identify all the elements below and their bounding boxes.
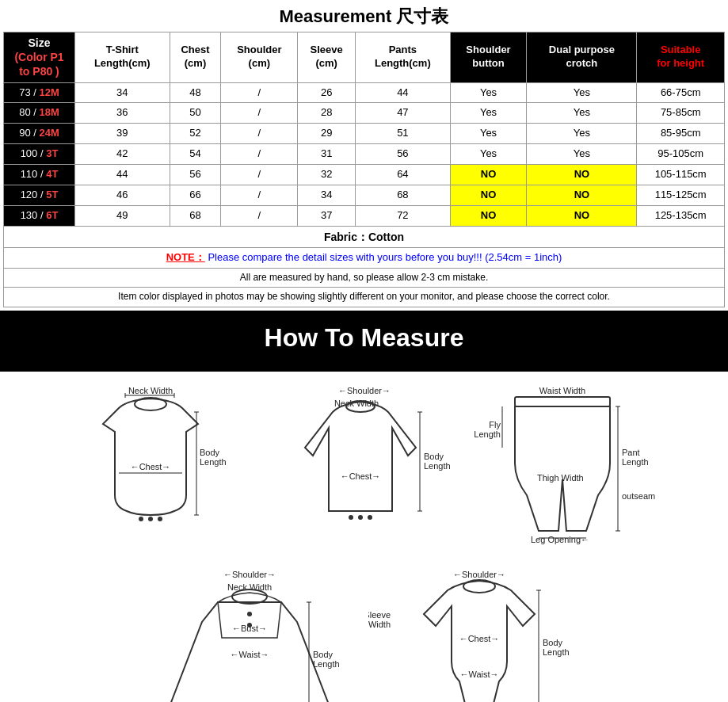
svg-text:←Chest→: ←Chest→	[340, 471, 380, 481]
svg-point-44	[247, 612, 252, 616]
height-cell: 75-85cm	[637, 103, 725, 124]
svg-text:Width: Width	[368, 620, 391, 629]
chest-cell: 52	[170, 124, 221, 144]
note-row: NOTE： Please compare the detail sizes wi…	[4, 247, 725, 268]
size-cell: 110 / 4T	[4, 165, 75, 185]
shoulder-cell: /	[221, 205, 298, 226]
svg-point-4	[139, 517, 143, 521]
size-cell: 80 / 18M	[4, 103, 75, 124]
pants-cell: 44	[356, 82, 451, 103]
svg-text:Waist Width: Waist Width	[539, 386, 585, 395]
btn-cell: Yes	[450, 103, 527, 124]
note-label: NOTE：	[166, 251, 205, 263]
main-title: Measurement 尺寸表	[3, 5, 725, 29]
svg-point-6	[158, 517, 162, 521]
sleeve-cell: 32	[298, 165, 356, 185]
col-dual: Dual purposecrotch	[527, 32, 637, 83]
col-chest: Chest(cm)	[170, 32, 221, 83]
dual-cell: Yes	[527, 124, 637, 144]
sleeve-cell: 34	[298, 185, 356, 206]
shoulder-cell: /	[221, 185, 298, 206]
note-cell: NOTE： Please compare the detail sizes wi…	[4, 247, 725, 268]
table-row: 120 / 5T4666/3468NONO115-125cm	[4, 185, 725, 206]
how-to-measure-section: How To Measure	[0, 311, 728, 372]
how-to-measure-title: How To Measure	[0, 323, 728, 353]
table-section: Measurement 尺寸表 Size(Color P1to P80 ) T-…	[0, 0, 728, 311]
size-cell: 73 / 12M	[4, 82, 75, 103]
diagram-pants: Waist Width Fly Length Pant Length Thigh…	[467, 384, 657, 559]
tshirt-cell: 49	[75, 205, 170, 226]
svg-text:Neck Width: Neck Width	[128, 386, 172, 395]
svg-text:Fly: Fly	[489, 420, 501, 429]
svg-point-14	[135, 398, 166, 410]
table-row: 90 / 24M3952/2951YesYes85-95cm	[4, 124, 725, 144]
svg-text:Length: Length	[200, 457, 227, 467]
col-size: Size(Color P1to P80 )	[4, 32, 75, 83]
tshirt-cell: 36	[75, 103, 170, 124]
svg-point-56	[463, 580, 495, 593]
svg-text:←Shoulder→: ←Shoulder→	[223, 570, 275, 579]
svg-text:outseam: outseam	[622, 491, 655, 501]
btn-cell: Yes	[450, 144, 527, 165]
table-row: 80 / 18M3650/2847YesYes75-85cm	[4, 103, 725, 124]
svg-text:Length: Length	[543, 647, 570, 657]
pants-cell: 72	[356, 205, 451, 226]
svg-text:Thigh Width: Thigh Width	[537, 473, 584, 483]
diagrams-area: Neck Width Body Length ←Chest→	[0, 372, 728, 702]
dual-cell: Yes	[527, 82, 637, 103]
fabric-text: Fabric：Cotton	[4, 226, 725, 247]
svg-text:Neck Width: Neck Width	[227, 582, 271, 592]
shoulder-cell: /	[221, 103, 298, 124]
col-suitable: Suitablefor height	[637, 32, 725, 83]
size-cell: 100 / 3T	[4, 144, 75, 165]
svg-text:Leg Opening←: Leg Opening←	[531, 535, 589, 544]
tshirt-cell: 39	[75, 124, 170, 144]
btn-cell: NO	[450, 165, 527, 185]
chest-cell: 56	[170, 165, 221, 185]
size-cell: 130 / 6T	[4, 205, 75, 226]
dual-cell: NO	[527, 185, 637, 206]
diagram-longsleeve: ←Shoulder→ Neck Width Body Length ←Chest…	[269, 384, 459, 559]
chest-cell: 54	[170, 144, 221, 165]
sleeve-cell: 26	[298, 82, 356, 103]
svg-text:Body: Body	[200, 448, 220, 457]
pants-cell: 56	[356, 144, 451, 165]
diagram-romper: ←Shoulder→ Sleeve Width ←Chest→ ←Waist→ …	[368, 567, 590, 702]
svg-text:←Chest→: ←Chest→	[130, 462, 170, 471]
onesie-svg: Neck Width Body Length ←Chest→	[71, 384, 261, 559]
height-cell: 125-135cm	[637, 205, 725, 226]
note-text: Please compare the detail sizes with you…	[208, 251, 562, 263]
svg-text:Length: Length	[313, 659, 340, 669]
svg-text:Body: Body	[424, 452, 444, 461]
btn-cell: NO	[450, 205, 527, 226]
btn-cell: Yes	[450, 124, 527, 144]
table-row: 110 / 4T4456/3264NONO105-115cm	[4, 165, 725, 185]
svg-point-5	[148, 517, 153, 521]
col-tshirt: T-ShirtLength(cm)	[75, 32, 170, 83]
svg-text:Pant: Pant	[622, 448, 640, 457]
col-pants: PantsLength(cm)	[356, 32, 451, 83]
shoulder-cell: /	[221, 82, 298, 103]
svg-text:Body: Body	[543, 638, 563, 647]
btn-cell: NO	[450, 185, 527, 206]
svg-text:←Waist→: ←Waist→	[459, 670, 498, 679]
diagram-dress: ←Shoulder→ Neck Width ←Bust→ ←Waist→ Bod…	[139, 567, 360, 702]
svg-point-25	[358, 515, 363, 520]
svg-text:Length: Length	[424, 461, 451, 471]
pants-cell: 47	[356, 103, 451, 124]
tshirt-cell: 44	[75, 165, 170, 185]
table-row: 73 / 12M3448/2644YesYes66-75cm	[4, 82, 725, 103]
chest-cell: 48	[170, 82, 221, 103]
romper-svg: ←Shoulder→ Sleeve Width ←Chest→ ←Waist→ …	[368, 567, 590, 702]
sleeve-cell: 37	[298, 205, 356, 226]
height-cell: 95-105cm	[637, 144, 725, 165]
size-cell: 90 / 24M	[4, 124, 75, 144]
height-cell: 115-125cm	[637, 185, 725, 206]
longsleeve-svg: ←Shoulder→ Neck Width Body Length ←Chest…	[269, 384, 459, 559]
diagram-onesie: Neck Width Body Length ←Chest→	[71, 384, 261, 559]
tshirt-cell: 34	[75, 82, 170, 103]
svg-text:←Bust→: ←Bust→	[231, 624, 266, 633]
svg-rect-28	[515, 397, 610, 406]
tshirt-cell: 46	[75, 185, 170, 206]
size-cell: 120 / 5T	[4, 185, 75, 206]
